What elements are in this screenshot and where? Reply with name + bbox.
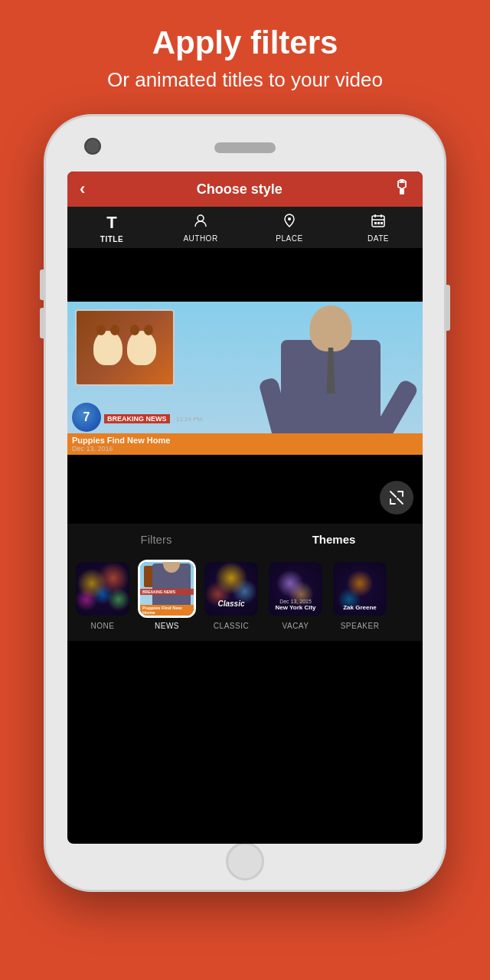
vacay-location-text: New York City — [269, 604, 322, 611]
svg-rect-9 — [377, 222, 380, 224]
promo-title: Apply filters — [107, 24, 383, 61]
puppies-inset — [75, 309, 175, 386]
svg-rect-8 — [374, 222, 377, 224]
filter-speaker-thumbnail: Zak Greene — [331, 560, 389, 618]
filter-news-label: NEWS — [155, 622, 179, 630]
breaking-news-label: BREAKING NEWS — [104, 414, 170, 423]
news-scene: 7 BREAKING NEWS 11:24 PM Puppies Find Ne… — [67, 302, 423, 455]
filter-news[interactable]: BREAKING NEWS Puppies Find New Home NEWS — [138, 560, 196, 630]
filter-vacay-label: VACAY — [283, 622, 309, 630]
metadata-tab-bar: T TITLE AUTHOR — [67, 207, 423, 248]
phone-mockup: ‹ Choose style T TITLE — [46, 116, 444, 890]
filter-strip: NONE — [67, 552, 423, 641]
news-ticker: 7 BREAKING NEWS 11:24 PM Puppies Find Ne… — [67, 401, 423, 455]
filter-none-thumbnail — [74, 560, 132, 618]
video-preview: 7 BREAKING NEWS 11:24 PM Puppies Find Ne… — [67, 302, 423, 455]
themes-tab[interactable]: Themes — [245, 530, 423, 549]
promo-header: Apply filters Or animated titles to your… — [92, 0, 398, 109]
home-button[interactable] — [226, 842, 264, 880]
power-button — [446, 285, 450, 331]
vol-up-button — [40, 270, 44, 300]
tab-author-label: AUTHOR — [183, 234, 217, 243]
filter-classic-thumbnail: Classic — [202, 560, 260, 618]
svg-point-3 — [288, 217, 291, 220]
phone-shell: ‹ Choose style T TITLE — [46, 116, 444, 890]
screen-title: Choose style — [197, 181, 283, 198]
speaker-grill — [214, 142, 276, 153]
vacay-date-text: Dec 13, 2015 — [269, 599, 322, 604]
title-icon: T — [106, 213, 116, 233]
filter-classic[interactable]: Classic CLASSIC — [202, 560, 260, 630]
spacer-bottom — [67, 455, 423, 524]
spacer-top — [67, 248, 423, 302]
tab-date-label: DATE — [368, 234, 389, 243]
filters-tab[interactable]: Filters — [67, 530, 245, 549]
filter-vacay[interactable]: Dec 13, 2015 New York City VACAY — [266, 560, 325, 630]
tab-place[interactable]: PLACE — [245, 213, 334, 243]
back-button[interactable]: ‹ — [80, 179, 85, 199]
tab-place-label: PLACE — [276, 234, 302, 243]
tab-date[interactable]: DATE — [334, 213, 423, 243]
filter-vacay-thumbnail: Dec 13, 2015 New York City — [266, 560, 325, 618]
expand-button[interactable] — [380, 481, 413, 514]
vol-down-button — [40, 308, 44, 338]
channel-badge: 7 — [72, 403, 101, 432]
share-button[interactable] — [394, 179, 410, 200]
promo-subtitle: Or animated titles to your video — [107, 67, 383, 93]
app-header: ‹ Choose style — [67, 172, 423, 207]
svg-point-2 — [198, 215, 204, 221]
date-icon — [371, 213, 386, 232]
svg-rect-10 — [381, 222, 383, 224]
filter-none[interactable]: NONE — [74, 560, 132, 630]
puppy-1 — [93, 331, 122, 365]
news-date: Dec 13, 2016 — [72, 445, 418, 452]
svg-rect-4 — [372, 216, 384, 227]
tab-author[interactable]: AUTHOR — [156, 213, 245, 243]
filter-speaker[interactable]: Zak Greene SPEAKER — [331, 560, 389, 630]
speaker-name-text: Zak Greene — [333, 604, 387, 611]
news-headline: Puppies Find New Home — [72, 436, 418, 445]
filter-theme-tabs: Filters Themes — [67, 524, 423, 552]
place-icon — [282, 213, 297, 232]
news-time: 11:24 PM — [176, 416, 202, 423]
author-icon — [193, 213, 208, 232]
puppy-2 — [127, 331, 156, 365]
filter-news-thumbnail: BREAKING NEWS Puppies Find New Home — [138, 560, 196, 618]
phone-screen: ‹ Choose style T TITLE — [67, 172, 423, 844]
camera — [84, 138, 101, 155]
tab-title[interactable]: T TITLE — [67, 213, 156, 243]
svg-rect-0 — [400, 189, 404, 194]
tab-title-label: TITLE — [100, 235, 123, 243]
filter-classic-label: CLASSIC — [214, 622, 249, 630]
filter-none-label: NONE — [91, 622, 115, 630]
filter-speaker-label: SPEAKER — [341, 622, 380, 630]
